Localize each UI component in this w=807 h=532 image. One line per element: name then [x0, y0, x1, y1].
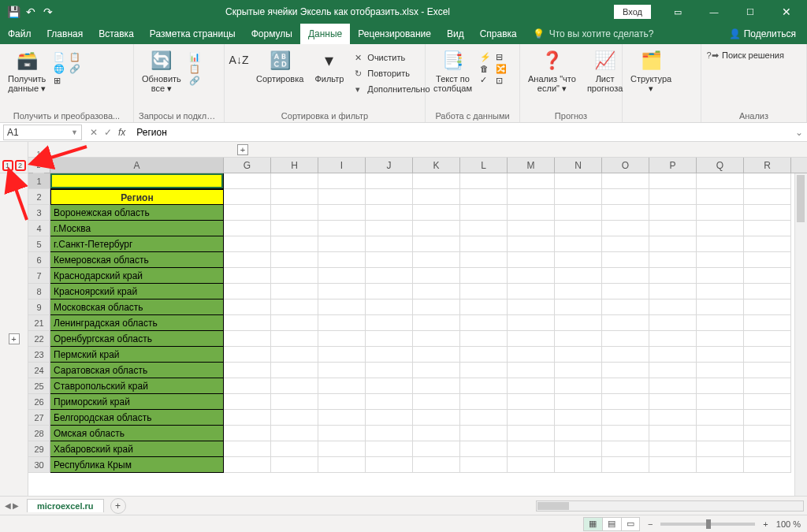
- zoom-out-button[interactable]: −: [648, 519, 653, 529]
- cell[interactable]: Хабаровский край: [50, 441, 224, 457]
- cell[interactable]: [508, 205, 555, 221]
- cell[interactable]: [555, 378, 602, 394]
- cell[interactable]: [460, 252, 508, 268]
- cell[interactable]: [649, 315, 697, 331]
- cell[interactable]: [697, 378, 744, 394]
- cell[interactable]: [271, 284, 318, 299]
- page-layout-button[interactable]: ▤: [602, 517, 621, 531]
- cell[interactable]: [460, 410, 508, 426]
- row-header[interactable]: 1: [28, 173, 50, 189]
- cell[interactable]: [224, 189, 271, 205]
- cell[interactable]: [224, 457, 271, 473]
- cell[interactable]: [318, 268, 366, 284]
- cell[interactable]: Ленинградская область: [50, 315, 224, 331]
- cell[interactable]: [555, 410, 602, 426]
- cell[interactable]: [555, 315, 602, 331]
- cell[interactable]: [602, 394, 649, 410]
- cell[interactable]: [602, 363, 649, 378]
- cell[interactable]: [649, 363, 697, 378]
- vertical-scrollbar[interactable]: [794, 173, 807, 496]
- cell[interactable]: [508, 221, 555, 236]
- cell[interactable]: [318, 363, 366, 378]
- enter-formula-icon[interactable]: ✓: [104, 127, 112, 138]
- clear-filter-button[interactable]: ✕Очистить: [351, 50, 430, 65]
- cell[interactable]: [460, 284, 508, 299]
- cell[interactable]: [508, 441, 555, 457]
- cell[interactable]: [555, 221, 602, 236]
- prev-sheet-icon[interactable]: ◀: [5, 501, 11, 510]
- cell[interactable]: [697, 441, 744, 457]
- cell[interactable]: [744, 221, 791, 236]
- cell[interactable]: [649, 252, 697, 268]
- cell[interactable]: [366, 315, 413, 331]
- cell[interactable]: [602, 441, 649, 457]
- cell[interactable]: Кемеровская область: [50, 252, 224, 268]
- cell[interactable]: [460, 457, 508, 473]
- cell[interactable]: [366, 331, 413, 347]
- cell[interactable]: [508, 236, 555, 252]
- cell[interactable]: [555, 268, 602, 284]
- cell[interactable]: [744, 252, 791, 268]
- cell[interactable]: [697, 284, 744, 299]
- cell[interactable]: [271, 236, 318, 252]
- cell[interactable]: [744, 299, 791, 315]
- page-break-button[interactable]: ▭: [621, 517, 640, 531]
- cell[interactable]: Регион: [50, 189, 224, 205]
- row-header[interactable]: 22: [28, 331, 50, 347]
- row-header[interactable]: 30: [28, 457, 50, 473]
- row-header[interactable]: 24: [28, 363, 50, 378]
- cell[interactable]: [508, 410, 555, 426]
- cell[interactable]: [224, 394, 271, 410]
- expand-rows-button[interactable]: +: [9, 333, 20, 344]
- cell[interactable]: [318, 315, 366, 331]
- cell[interactable]: [697, 331, 744, 347]
- cell[interactable]: [555, 189, 602, 205]
- properties-icon[interactable]: 📋: [189, 64, 200, 74]
- cell[interactable]: [508, 394, 555, 410]
- tab-review[interactable]: Рецензирование: [350, 24, 439, 44]
- cell[interactable]: [697, 394, 744, 410]
- row-header[interactable]: 9: [28, 299, 50, 315]
- cell[interactable]: [649, 173, 697, 189]
- cell[interactable]: [318, 205, 366, 221]
- cell[interactable]: [555, 205, 602, 221]
- cell[interactable]: [602, 299, 649, 315]
- column-header[interactable]: K: [413, 158, 460, 173]
- cell[interactable]: [271, 410, 318, 426]
- cell[interactable]: [318, 236, 366, 252]
- cell[interactable]: [366, 189, 413, 205]
- cell[interactable]: [413, 284, 460, 299]
- cell[interactable]: [697, 268, 744, 284]
- zoom-level[interactable]: 100 %: [776, 519, 801, 529]
- get-data-button[interactable]: 🗃️ Получить данные ▾: [5, 47, 49, 95]
- row-header[interactable]: 26: [28, 394, 50, 410]
- cell[interactable]: Приморский край: [50, 394, 224, 410]
- queries-icon[interactable]: 📊: [189, 52, 200, 62]
- cell[interactable]: [460, 426, 508, 441]
- cell[interactable]: [224, 331, 271, 347]
- cell[interactable]: [224, 221, 271, 236]
- col-level-1-button[interactable]: 1: [33, 148, 44, 159]
- cell[interactable]: [271, 331, 318, 347]
- cell[interactable]: [460, 268, 508, 284]
- sheet-tab[interactable]: microexcel.ru: [27, 499, 104, 512]
- maximize-icon[interactable]: ☐: [733, 0, 768, 24]
- zoom-in-button[interactable]: +: [763, 519, 768, 529]
- existing-conn-icon[interactable]: 🔗: [69, 64, 80, 74]
- column-header[interactable]: O: [602, 158, 649, 173]
- column-header[interactable]: I: [318, 158, 366, 173]
- remove-dup-icon[interactable]: 🗑: [480, 64, 491, 73]
- fx-icon[interactable]: fx: [118, 127, 125, 138]
- cell[interactable]: [318, 378, 366, 394]
- column-header[interactable]: A: [50, 158, 224, 173]
- tab-home[interactable]: Главная: [39, 24, 91, 44]
- cell[interactable]: [602, 331, 649, 347]
- cell[interactable]: [508, 457, 555, 473]
- cell[interactable]: [271, 221, 318, 236]
- cell[interactable]: [649, 426, 697, 441]
- cell[interactable]: [508, 284, 555, 299]
- cell[interactable]: [224, 441, 271, 457]
- cell[interactable]: [697, 252, 744, 268]
- cell[interactable]: [649, 284, 697, 299]
- cell[interactable]: [318, 221, 366, 236]
